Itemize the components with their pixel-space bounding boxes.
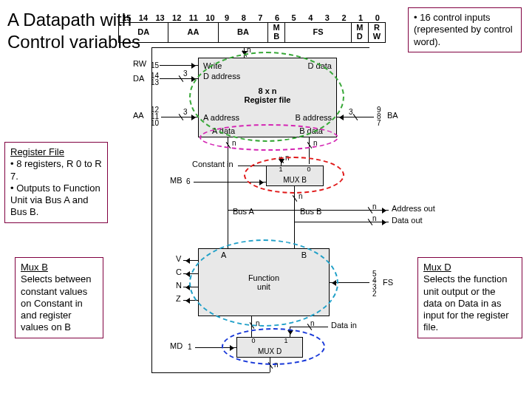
field-MD: M D — [352, 23, 369, 42]
label-md: MD — [170, 341, 183, 350]
bit: 7 — [252, 13, 269, 22]
label-aa: AA — [133, 111, 144, 120]
bit: 13 — [151, 13, 168, 22]
wire — [151, 372, 270, 373]
field-BA: BA — [219, 23, 268, 42]
port: 1 — [284, 337, 287, 344]
label-a-addr: A address — [203, 113, 239, 122]
function-unit-label: Function unit — [248, 273, 279, 291]
label-a: A — [221, 250, 226, 259]
register-file-box: Write D data D address 8 x n Register fi… — [198, 58, 337, 137]
label-n: n — [310, 319, 315, 327]
bit: 10 — [202, 13, 219, 22]
bits-mb: 6 — [186, 177, 191, 185]
text: • 16 control inputs (represented by cont… — [414, 12, 513, 47]
label-write: Write — [203, 61, 222, 70]
note-register-file: Register File • 8 registers, R 0 to R 7.… — [4, 142, 108, 223]
wire — [151, 47, 369, 48]
label-data-in: Data in — [331, 321, 357, 330]
wire — [228, 210, 389, 211]
wire-b — [309, 137, 310, 164]
label-b: B — [301, 250, 307, 259]
label-b-addr: B address — [295, 113, 332, 122]
wire — [161, 117, 198, 117]
bit: 14 — [135, 13, 152, 22]
bit: 8 — [235, 13, 252, 22]
label-data-out: Data out — [392, 216, 423, 225]
field-MB: M B — [268, 23, 285, 42]
field-AA: AA — [168, 23, 218, 42]
port: 0 — [251, 337, 255, 344]
label-d-addr: D address — [203, 72, 240, 81]
wire-bus-b — [294, 186, 295, 248]
mux-d-label: MUX D — [237, 347, 302, 355]
bit: 3 — [319, 13, 336, 22]
port: 0 — [307, 166, 310, 173]
wire — [183, 300, 198, 301]
bits-fs: 5432 — [372, 270, 377, 297]
label-bus-a: Bus A — [233, 207, 254, 216]
flag-n: N — [176, 281, 182, 290]
mux-d-ports: 0 1 — [237, 337, 302, 344]
slash — [307, 142, 313, 149]
label-b-data: B data — [299, 126, 323, 135]
flag-c: C — [176, 267, 182, 276]
wire — [183, 287, 198, 287]
label-n: n — [256, 319, 260, 327]
port: 1 — [279, 166, 282, 173]
field-DA: DA — [119, 23, 168, 42]
note-top-right: • 16 control inputs (represented by cont… — [408, 7, 522, 52]
wire — [160, 78, 198, 79]
field-row: DA AA BA M B FS M D R W — [118, 22, 386, 43]
mux-b-ports: 1 0 — [267, 166, 323, 173]
label-n: n — [274, 361, 279, 369]
label-ba: BA — [387, 111, 398, 120]
label-mb: MB — [170, 176, 183, 185]
bit-indices: 15 14 13 12 11 10 9 8 7 6 5 4 3 2 1 0 — [118, 13, 386, 22]
field-RW: R W — [369, 23, 385, 42]
label-n: n — [313, 139, 318, 147]
label-bus-b: Bus B — [300, 207, 321, 216]
bits-ba: 987 — [377, 106, 381, 126]
wire — [160, 65, 198, 66]
flag-z: Z — [176, 294, 181, 303]
heading: Register File — [10, 146, 64, 157]
wire — [194, 182, 266, 183]
bit: 6 — [269, 13, 286, 22]
wire — [195, 347, 236, 348]
bit: 5 — [285, 13, 302, 22]
label-da: DA — [133, 74, 144, 83]
wire — [183, 260, 198, 261]
wire — [290, 327, 290, 337]
label-n: n — [372, 202, 377, 211]
wire — [330, 282, 369, 283]
heading: Mux B — [21, 262, 48, 273]
wire — [183, 273, 198, 274]
mux-b: 1 0 MUX B — [266, 166, 324, 186]
body: • 8 registers, R 0 to R 7. • Outputs to … — [10, 158, 102, 217]
bit: 4 — [302, 13, 319, 22]
label-d-data: D data — [308, 61, 332, 70]
control-word-table: 15 14 13 12 11 10 9 8 7 6 5 4 3 2 1 0 DA… — [118, 13, 386, 43]
slash — [250, 322, 255, 329]
label-constant-in: Constant in — [192, 160, 233, 168]
slash — [268, 362, 273, 369]
mux-b-label: MUX B — [267, 176, 323, 184]
bit: 2 — [335, 13, 352, 22]
bit: 11 — [185, 13, 202, 22]
label-a-data: A data — [212, 126, 235, 135]
label-address-out: Address out — [392, 204, 435, 213]
bit: 9 — [219, 13, 236, 22]
function-unit-box: A B Function unit — [198, 248, 330, 316]
regfile-title: 8 x n Register file — [245, 86, 291, 104]
label-n: n — [232, 139, 236, 147]
label-3: 3 — [183, 108, 188, 116]
slash — [293, 195, 298, 202]
label-rw: RW — [133, 59, 146, 68]
wire-bus-a — [228, 137, 228, 248]
body: Selects between constant values on Const… — [21, 273, 91, 332]
bit: 15 — [118, 13, 135, 22]
flag-v: V — [176, 254, 181, 263]
label-n: n — [372, 214, 377, 222]
mux-d: 0 1 MUX D — [236, 337, 303, 358]
